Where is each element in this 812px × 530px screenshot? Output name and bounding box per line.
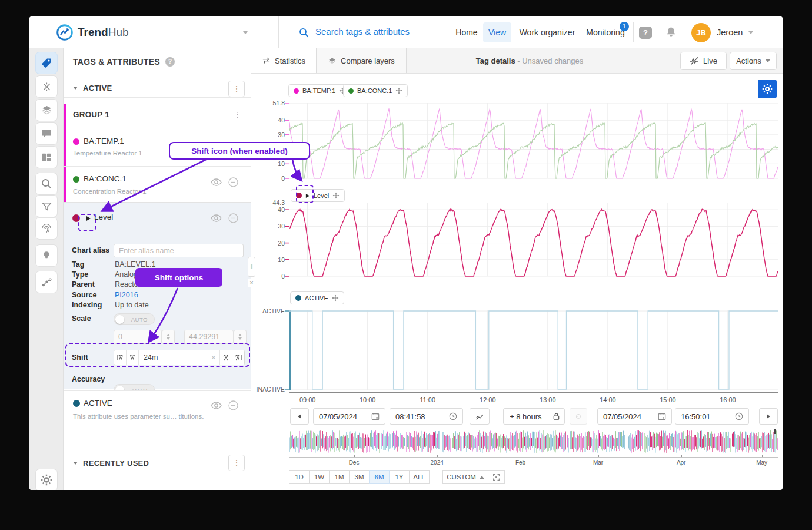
nav-item-home[interactable]: Home xyxy=(450,22,483,42)
preset-1d-button[interactable]: 1D xyxy=(289,470,310,484)
tag-icon xyxy=(41,57,52,69)
lock-duration-button[interactable] xyxy=(548,409,564,424)
y-tick-label: 10 xyxy=(253,160,285,167)
compare-trends-button[interactable] xyxy=(470,408,490,425)
shift-back-icon xyxy=(128,353,137,362)
move-icon[interactable] xyxy=(332,294,339,302)
legend-chip-conc[interactable]: BA:CONC.1 xyxy=(343,84,408,97)
legend-chip-temp[interactable]: BA:TEMP.1 xyxy=(288,84,351,97)
panel-resize-handle[interactable]: ‖ xyxy=(248,257,255,277)
actions-button-label: Actions xyxy=(736,57,761,65)
shift-forward-icon xyxy=(222,353,230,362)
remove-minus-icon[interactable] xyxy=(228,400,238,410)
tag-name: BA:CONC.1 xyxy=(84,174,127,183)
fit-range-button[interactable] xyxy=(488,470,505,484)
remove-minus-icon[interactable] xyxy=(228,177,238,187)
preset-3m-button[interactable]: 3M xyxy=(349,470,370,484)
scale-min-stepper[interactable] xyxy=(162,330,175,344)
section-active-menu-button[interactable]: ⋮ xyxy=(228,81,245,97)
section-recently-used-label: RECENTLY USED xyxy=(83,459,149,468)
end-time-field[interactable]: 16:50:01 xyxy=(675,408,749,425)
tab-statistics[interactable]: Statistics xyxy=(251,48,317,73)
bell-icon[interactable] xyxy=(665,26,677,39)
legend-chip-active[interactable]: ACTIVE xyxy=(290,292,344,304)
preset-all-button[interactable]: ALL xyxy=(409,470,430,484)
shift-value-input[interactable] xyxy=(139,350,208,365)
pan-left-button[interactable] xyxy=(290,408,309,425)
legend-chip-level[interactable]: Level xyxy=(291,189,345,202)
y-tick-label: 51.8 xyxy=(253,100,285,107)
attribute-row-active[interactable]: ACTIVE This attribute uses parameter su…… xyxy=(64,391,251,429)
chart-settings-button[interactable] xyxy=(758,80,777,98)
nav-item-view[interactable]: View xyxy=(483,22,511,42)
shift-indicator-icon[interactable] xyxy=(305,193,310,198)
shift-forward-button[interactable] xyxy=(219,350,232,365)
user-name[interactable]: Jeroen xyxy=(717,28,743,37)
group-menu-button[interactable]: ⋮ xyxy=(234,110,241,119)
section-active-header[interactable]: ACTIVE xyxy=(73,84,112,92)
rail-dashboard-button[interactable] xyxy=(35,146,58,168)
preset-1m-button[interactable]: 1M xyxy=(329,470,350,484)
brand-chevron-down-icon[interactable] xyxy=(243,31,248,34)
custom-range-button[interactable]: CUSTOM xyxy=(442,470,488,484)
source-link[interactable]: PI2016 xyxy=(115,291,138,299)
overview-strip[interactable] xyxy=(289,430,778,453)
chart-alias-input[interactable] xyxy=(114,244,244,257)
visibility-eye-icon[interactable] xyxy=(211,402,222,409)
remove-minus-icon[interactable] xyxy=(228,213,238,223)
preset-1w-button[interactable]: 1W xyxy=(309,470,330,484)
rail-fingerprint-button[interactable] xyxy=(35,217,58,240)
scale-max-stepper[interactable] xyxy=(234,330,247,344)
rail-search-button[interactable] xyxy=(35,173,58,195)
panel-close-icon[interactable]: × xyxy=(248,279,255,287)
rail-comments-button[interactable] xyxy=(35,122,58,145)
rail-tags-button[interactable] xyxy=(35,52,58,74)
scale-min-input[interactable]: 0 xyxy=(114,330,162,344)
panel-help-icon[interactable]: ? xyxy=(165,57,175,67)
visibility-eye-icon[interactable] xyxy=(211,214,222,222)
shift-back-button[interactable] xyxy=(127,350,139,365)
rail-recommendations-button[interactable] xyxy=(35,244,58,267)
rail-sparkles-button[interactable] xyxy=(35,75,58,98)
rail-filter-button[interactable] xyxy=(35,195,58,217)
reset-time-button[interactable] xyxy=(570,408,587,425)
rail-settings-button[interactable] xyxy=(35,469,58,490)
indexing-label: Indexing xyxy=(72,301,102,309)
clock-icon xyxy=(735,412,743,420)
visibility-eye-icon[interactable] xyxy=(211,178,222,186)
start-time-field[interactable]: 08:41:58 xyxy=(390,408,463,425)
user-chevron-down-icon[interactable] xyxy=(748,31,753,34)
rail-context-button[interactable] xyxy=(35,271,58,293)
rail-layers-button[interactable] xyxy=(35,99,58,121)
tag-row-conc[interactable]: BA:CONC.1 Concentration Reactor 1 xyxy=(64,167,251,202)
help-icon[interactable]: ? xyxy=(639,26,652,39)
section-recently-used-menu-button[interactable]: ⋮ xyxy=(228,455,245,471)
nav-item-work-organizer[interactable]: Work organizer xyxy=(515,22,580,42)
tag-row-level[interactable]: Level xyxy=(64,203,251,234)
overview-selection-marker[interactable] xyxy=(774,429,776,434)
x-tick-mark xyxy=(608,393,608,396)
preset-1y-button[interactable]: 1Y xyxy=(389,470,410,484)
shift-clear-icon[interactable]: × xyxy=(208,350,219,365)
shift-forward-fast-button[interactable] xyxy=(232,350,244,365)
end-date-field[interactable]: 07/05/2024 xyxy=(597,408,672,425)
actions-button[interactable]: Actions xyxy=(730,52,777,70)
preset-6m-button[interactable]: 6M xyxy=(369,470,390,484)
tab-compare-layers[interactable]: Compare layers xyxy=(317,48,407,73)
move-icon[interactable] xyxy=(395,87,402,94)
avatar[interactable]: JB xyxy=(691,23,711,42)
live-button[interactable]: Live xyxy=(680,52,727,70)
start-date-field[interactable]: 07/05/2024 xyxy=(313,408,385,425)
shift-back-fast-button[interactable] xyxy=(114,350,127,365)
move-icon[interactable] xyxy=(332,192,340,199)
overview-month-label: Mar xyxy=(585,459,611,466)
custom-range-label: CUSTOM xyxy=(447,473,476,481)
x-tick-label: 09:00 xyxy=(295,396,321,403)
end-date-value: 07/05/2024 xyxy=(603,412,641,421)
section-recently-used-header[interactable]: RECENTLY USED xyxy=(73,459,149,468)
scale-max-input[interactable]: 44.29291 xyxy=(184,330,234,344)
scale-auto-toggle[interactable]: AUTO xyxy=(114,313,155,325)
pan-right-button[interactable] xyxy=(759,408,778,425)
shift-indicator-icon[interactable] xyxy=(86,216,91,221)
duration-value[interactable]: ± 8 hours xyxy=(504,412,548,421)
